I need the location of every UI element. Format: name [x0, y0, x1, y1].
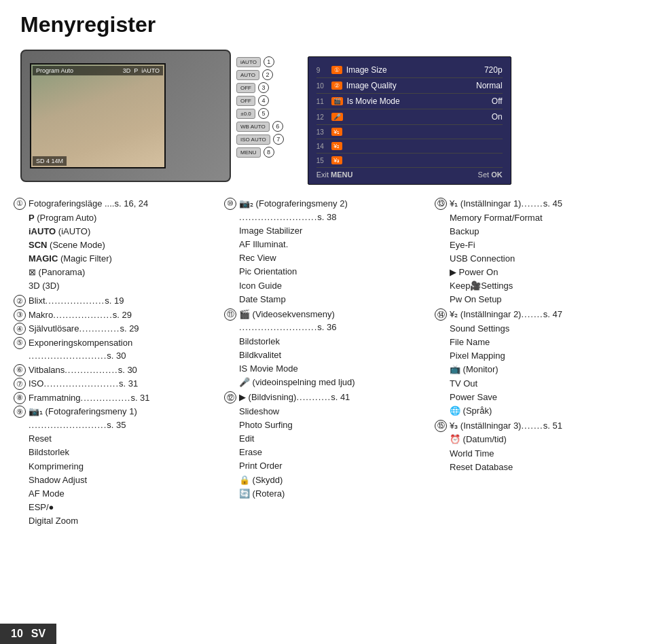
mode-label: Program Auto — [36, 67, 73, 74]
info-num-9: 9 — [316, 67, 327, 74]
col1-makro-text: Makro...................s. 29 — [29, 308, 217, 322]
set-label: Set OK — [478, 171, 503, 179]
camera-lcd-content: Program Auto 3D P iAUTO SD 4 14M — [31, 65, 164, 167]
info-row-15: 15 ¥₃ — [316, 154, 503, 168]
btn-wb: WB AUTO — [236, 122, 270, 132]
col3-eye-fi: Eye-Fi — [450, 238, 638, 252]
col3-keep-settings: Keep🎥Settings — [450, 279, 638, 293]
col2-is-movie: IS Movie Mode — [239, 362, 428, 376]
col1-esp: ESP/● — [29, 501, 217, 514]
info-num-13: 13 — [316, 128, 327, 136]
col2-sub-items: Image Stabilizer AF Illuminat. Rec View … — [224, 224, 428, 306]
col2-pic-orient: Pic Orientation — [239, 265, 428, 279]
col3-inst1: ⑬ ¥₁ (Inställningar 1).......s. 45 — [435, 197, 638, 211]
btn-ev: ±0.0 — [236, 109, 255, 119]
btn-iso: ISO AUTO — [236, 135, 270, 145]
col3-sprak: 🌐 (Språk) — [450, 404, 638, 418]
col1-expo-text: Exponeringskompensation.................… — [29, 336, 217, 363]
col3-datum: ⏰ (Datum/tid) — [450, 433, 638, 446]
camera-diagram-section: Program Auto 3D P iAUTO SD 4 14M iAUTO 1 — [0, 44, 652, 185]
col3-inst1-sub: Memory Format/Format Backup Eye-Fi USB C… — [435, 211, 638, 307]
col2-rec-view: Rec View — [239, 251, 428, 265]
camera-lcd: Program Auto 3D P iAUTO SD 4 14M — [30, 63, 166, 168]
col3-file-name: File Name — [450, 336, 638, 349]
circle-11: ⑪ — [224, 308, 236, 321]
camera-body-area: Program Auto 3D P iAUTO SD 4 14M iAUTO 1 — [20, 50, 284, 182]
col1-foto1-sub: Reset Bildstorlek Komprimering Shadow Ad… — [14, 432, 217, 528]
col1-item-scn: SCN (Scene Mode) — [29, 238, 217, 252]
btn-menu: MENU — [236, 147, 261, 158]
side-btn-5: ±0.0 5 — [236, 108, 284, 119]
col3-reset-db: Reset Database — [450, 461, 638, 474]
num-7: 7 — [273, 134, 284, 145]
col3-inst3-sub: ⏰ (Datum/tid) World Time Reset Database — [435, 433, 638, 473]
btn-off-3: OFF — [236, 83, 255, 93]
info-row-11: 11 🎬 Is Movie Mode Off — [316, 94, 503, 109]
col2-image-stab: Image Stabilizer — [239, 224, 428, 238]
col1-item-program: P (Program Auto) — [29, 211, 217, 225]
col3-tv-out: TV Out — [450, 377, 638, 391]
footer-bar: 10 SV — [0, 624, 56, 644]
col2-bildkvalitet: Bildkvalitet — [239, 348, 428, 362]
info-icon-15: ¥₃ — [331, 156, 342, 164]
info-label-11: Is Movie Mode — [347, 96, 400, 106]
circle-14: ⑭ — [435, 308, 447, 321]
footer-label: SV — [31, 628, 46, 640]
col1-reset: Reset — [29, 432, 217, 446]
col1-expo: ⑤ Exponeringskompensation...............… — [14, 336, 217, 363]
circle-10: ⑩ — [224, 198, 236, 210]
col2-rotera: 🔄 (Rotera) — [239, 487, 428, 501]
col1-sjalv: ④ Självutlösare.............s. 29 — [14, 322, 217, 336]
col1-digital-zoom: Digital Zoom — [29, 514, 217, 528]
info-value-12: On — [492, 112, 503, 122]
footer-number: 10 — [11, 628, 23, 640]
circle-7: ⑦ — [14, 378, 26, 390]
col1-foto1-text: 📷₁ (Fotograferingsmeny 1)...............… — [29, 405, 217, 431]
side-btn-4: OFF 4 — [236, 95, 284, 106]
camera-photo — [31, 65, 164, 167]
col1-iso: ⑦ ISO........................s. 31 — [14, 377, 217, 391]
info-panel: 9 ① Image Size 720p 10 ② Image Quality N… — [308, 56, 511, 185]
info-row-13: 13 ¥₁ — [316, 125, 503, 139]
btn-off-4: OFF — [236, 96, 255, 106]
circle-13: ⑬ — [435, 198, 447, 210]
col1-item-panorama: ⊠ (Panorama) — [29, 266, 217, 279]
col1-vit-text: Vitbalans.................s. 30 — [29, 363, 217, 377]
side-btn-3: OFF 3 — [236, 82, 284, 93]
circle-12: ⑫ — [224, 391, 236, 404]
col3-inst2: ⑭ ¥₂ (Inställningar 2).......s. 47 — [435, 308, 638, 321]
col2-erase: Erase — [239, 446, 428, 459]
col2-skydd: 🔒 (Skydd) — [239, 473, 428, 487]
info-num-10: 10 — [316, 82, 327, 90]
col1-makro: ③ Makro...................s. 29 — [14, 308, 217, 322]
side-btn-2: AUTO 2 — [236, 69, 284, 80]
col1-heading: ① Fotograferingsläge ....s. 16, 24 — [14, 197, 217, 211]
column-2: ⑩ 📷₂ (Fotograferingsmeny 2).............… — [224, 197, 428, 528]
circle-5: ⑤ — [14, 337, 26, 349]
num-8: 8 — [264, 147, 274, 158]
col2-video-ljud: 🎤 (videoinspelning med ljud) — [239, 376, 428, 389]
circle-3: ③ — [14, 309, 26, 321]
col3-inst3: ⑮ ¥₃ (Inställningar 3).......s. 51 — [435, 419, 638, 433]
circle-2: ② — [14, 295, 26, 307]
col1-fram-text: Frammatning................s. 31 — [29, 391, 217, 405]
num-3: 3 — [258, 82, 269, 93]
col3-pw-on-setup: Pw On Setup — [450, 293, 638, 306]
info-label-10: Image Quality — [346, 81, 397, 90]
info-icon-12: 🎤 — [331, 113, 343, 121]
column-1: ① Fotograferingsläge ....s. 16, 24 P (Pr… — [14, 197, 217, 528]
circle-15: ⑮ — [435, 420, 447, 432]
col3-sound-settings: Sound Settings — [450, 322, 638, 336]
col2-slideshow: Slideshow — [239, 405, 428, 418]
col1-item-iauto: iAUTO (iAUTO) — [29, 225, 217, 238]
col1-foto1: ⑨ 📷₁ (Fotograferingsmeny 1).............… — [14, 405, 217, 431]
col2-video-text: 🎬 (Videosekvensmeny)....................… — [239, 308, 428, 334]
info-icon-13: ¥₁ — [331, 128, 342, 136]
num-4: 4 — [258, 95, 269, 106]
btn-iauto: iAUTO — [236, 57, 261, 67]
num-6: 6 — [272, 121, 283, 132]
info-num-11: 11 — [316, 98, 327, 105]
info-icon-9: ① — [331, 66, 342, 74]
info-icon-14: ¥₂ — [331, 142, 342, 150]
col1-blixt: ② Blixt...................s. 19 — [14, 294, 217, 308]
